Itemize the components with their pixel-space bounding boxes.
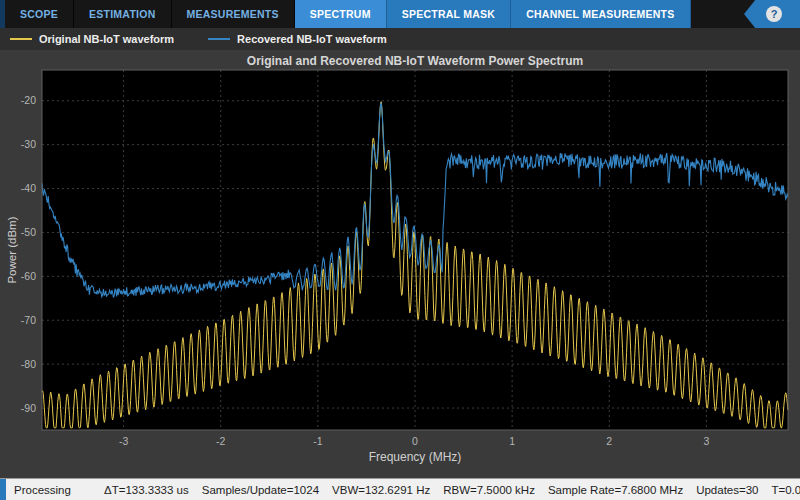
tab-estimation[interactable]: ESTIMATION: [74, 0, 171, 28]
y-tick-label: -30: [21, 138, 36, 150]
legend: Original NB-IoT waveformRecovered NB-IoT…: [0, 28, 800, 50]
legend-label: Original NB-IoT waveform: [39, 33, 174, 45]
x-tick-label: -1: [313, 435, 322, 447]
status-items: ΔT=133.3333 usSamples/Update=1024VBW=132…: [104, 484, 800, 496]
tab-channel-measurements[interactable]: CHANNEL MEASUREMENTS: [511, 0, 690, 28]
legend-item-0[interactable]: Original NB-IoT waveform: [10, 33, 174, 45]
x-tick-label: -2: [216, 435, 225, 447]
status-state: Processing: [14, 484, 104, 496]
tab-scope[interactable]: SCOPE: [5, 0, 74, 28]
status-item: ΔT=133.3333 us: [104, 484, 189, 496]
figure-area: Original and Recovered NB-IoT Waveform P…: [0, 50, 800, 478]
legend-line-swatch: [208, 38, 230, 40]
y-tick-label: -60: [21, 270, 36, 282]
legend-label: Recovered NB-IoT waveform: [237, 33, 387, 45]
x-tick-label: 0: [412, 435, 418, 447]
toolbar: SCOPEESTIMATIONMEASUREMENTSSPECTRUMSPECT…: [0, 0, 800, 28]
help-icon[interactable]: ?: [766, 6, 782, 22]
y-tick-label: -20: [21, 94, 36, 106]
status-item: Updates=30: [696, 484, 758, 496]
status-item: Samples/Update=1024: [202, 484, 319, 496]
x-tick-label: 3: [703, 435, 709, 447]
spectrum-analyzer-window: SCOPEESTIMATIONMEASUREMENTSSPECTRUMSPECT…: [0, 0, 800, 500]
tab-measurements[interactable]: MEASUREMENTS: [172, 0, 295, 28]
legend-item-1[interactable]: Recovered NB-IoT waveform: [208, 33, 387, 45]
spectrum-plot[interactable]: -90-80-70-60-50-40-30-20-3-2-10123: [0, 50, 800, 478]
status-bar: Processing ΔT=133.3333 usSamples/Update=…: [0, 478, 800, 500]
x-tick-label: -3: [119, 435, 128, 447]
y-tick-label: -40: [21, 182, 36, 194]
y-tick-label: -70: [21, 314, 36, 326]
tab-spectrum[interactable]: SPECTRUM: [295, 0, 387, 28]
status-item: VBW=132.6291 Hz: [332, 484, 430, 496]
toolbar-tabs: SCOPEESTIMATIONMEASUREMENTSSPECTRUMSPECT…: [5, 0, 691, 28]
x-tick-label: 1: [509, 435, 515, 447]
tab-spectral-mask[interactable]: SPECTRAL MASK: [387, 0, 511, 28]
y-tick-label: -90: [21, 402, 36, 414]
status-item: Sample Rate=7.6800 MHz: [548, 484, 683, 496]
y-tick-label: -50: [21, 226, 36, 238]
legend-line-swatch: [10, 38, 32, 40]
status-item: RBW=7.5000 kHz: [443, 484, 535, 496]
x-axis-label: Frequency (MHz): [42, 450, 788, 464]
status-accent: [0, 479, 6, 500]
x-tick-label: 2: [606, 435, 612, 447]
status-item: T=0.004: [771, 484, 800, 496]
y-tick-label: -80: [21, 358, 36, 370]
